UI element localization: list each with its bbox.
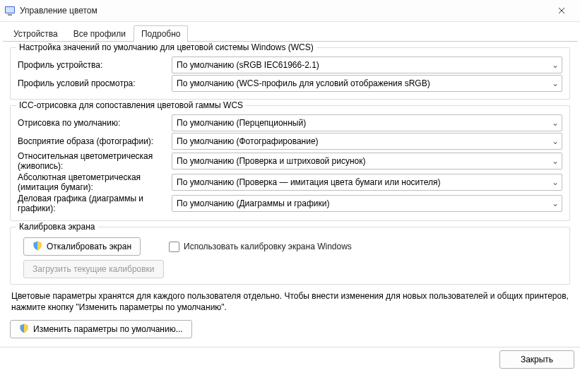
checkbox-box-icon (169, 242, 179, 252)
device-profile-label: Профиль устройства: (18, 60, 166, 70)
business-label: Деловая графика (диаграммы и графики): (18, 194, 166, 213)
default-intent-label: Отрисовка по умолчанию: (18, 118, 166, 128)
wcs-defaults-group: Настройка значений по умолчанию для цвет… (10, 47, 570, 100)
window-title: Управление цветом (20, 6, 546, 16)
viewing-profile-value: По умолчанию (WCS-профиль для условий от… (177, 78, 546, 88)
wcs-defaults-legend: Настройка значений по умолчанию для цвет… (16, 42, 316, 52)
chevron-down-icon: ⌄ (549, 78, 559, 88)
chevron-down-icon: ⌄ (549, 118, 559, 128)
device-profile-combo[interactable]: По умолчанию (sRGB IEC61966-2.1) ⌄ (172, 57, 562, 73)
tab-devices[interactable]: Устройства (6, 25, 66, 42)
titlebar: Управление цветом (0, 0, 580, 22)
viewing-profile-combo[interactable]: По умолчанию (WCS-профиль для условий от… (172, 75, 562, 92)
chevron-down-icon: ⌄ (549, 156, 559, 166)
icc-intent-legend: ICC-отрисовка для сопоставления цветовой… (16, 100, 246, 110)
perceptual-label: Восприятие образа (фотографии): (18, 136, 166, 146)
default-intent-value: По умолчанию (Перцепционный) (177, 118, 546, 128)
chevron-down-icon: ⌄ (549, 136, 559, 146)
relative-label: Относительная цветометрическая (живопись… (18, 151, 166, 171)
change-defaults-button[interactable]: Изменить параметры по умолчанию... (10, 320, 192, 338)
chevron-down-icon: ⌄ (549, 198, 559, 208)
load-calibration-button: Загрузить текущие калибровки (23, 260, 164, 278)
default-intent-combo[interactable]: По умолчанию (Перцепционный) ⌄ (172, 114, 562, 131)
viewing-profile-label: Профиль условий просмотра: (18, 78, 166, 88)
chevron-down-icon: ⌄ (549, 177, 559, 187)
icc-intent-group: ICC-отрисовка для сопоставления цветовой… (10, 105, 570, 221)
calibrate-button-label: Откалибровать экран (47, 242, 131, 251)
info-text: Цветовые параметры хранятся для каждого … (11, 290, 569, 313)
change-defaults-label: Изменить параметры по умолчанию... (33, 324, 183, 334)
tab-advanced[interactable]: Подробно (134, 25, 189, 42)
device-profile-value: По умолчанию (sRGB IEC61966-2.1) (177, 60, 546, 70)
calibration-group: Калибровка экрана Откалибровать экран Ис… (10, 227, 570, 285)
business-combo[interactable]: По умолчанию (Диаграммы и графики) ⌄ (172, 195, 562, 212)
shield-icon (19, 323, 29, 335)
relative-combo[interactable]: По умолчанию (Проверка и штриховой рисун… (172, 153, 562, 170)
chevron-down-icon: ⌄ (549, 60, 559, 70)
business-value: По умолчанию (Диаграммы и графики) (177, 198, 546, 208)
load-calibration-label: Загрузить текущие калибровки (32, 264, 155, 274)
bottombar: Закрыть (0, 347, 580, 372)
close-icon[interactable] (546, 0, 577, 21)
absolute-label: Абсолютная цветометрическая (имитация бу… (18, 172, 166, 192)
close-button-label: Закрыть (521, 355, 553, 364)
color-management-icon (4, 5, 16, 16)
use-windows-calib-label: Использовать калибровку экрана Windows (184, 242, 352, 251)
absolute-combo[interactable]: По умолчанию (Проверка — имитация цвета … (172, 174, 562, 191)
perceptual-value: По умолчанию (Фотографирование) (177, 136, 546, 146)
relative-value: По умолчанию (Проверка и штриховой рисун… (177, 156, 546, 166)
advanced-panel: Настройка значений по умолчанию для цвет… (3, 42, 577, 347)
calibration-legend: Калибровка экрана (16, 222, 98, 232)
tabstrip: Устройства Все профили Подробно (3, 25, 577, 42)
svg-rect-2 (8, 14, 12, 16)
calibrate-button[interactable]: Откалибровать экран (23, 237, 141, 256)
tab-all-profiles[interactable]: Все профили (66, 25, 134, 42)
svg-rect-1 (6, 7, 14, 13)
perceptual-combo[interactable]: По умолчанию (Фотографирование) ⌄ (172, 133, 562, 150)
use-windows-calib-checkbox[interactable]: Использовать калибровку экрана Windows (169, 242, 352, 252)
absolute-value: По умолчанию (Проверка — имитация цвета … (177, 177, 546, 187)
close-button[interactable]: Закрыть (499, 350, 574, 369)
shield-icon (32, 241, 42, 253)
